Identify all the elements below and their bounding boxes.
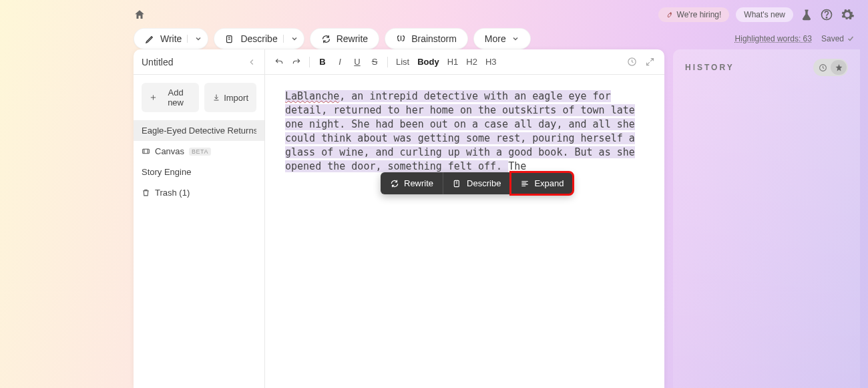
- more-button[interactable]: More: [473, 28, 531, 49]
- clock-icon[interactable]: [627, 57, 637, 67]
- undo-button[interactable]: [274, 57, 284, 67]
- saved-status: Saved: [821, 34, 855, 43]
- chevron-down-icon[interactable]: [187, 35, 202, 43]
- history-title: HISTORY: [685, 63, 734, 72]
- highlighted-count: Highlighted words: 63: [735, 34, 812, 43]
- sel-rewrite-button[interactable]: Rewrite: [381, 172, 443, 194]
- svg-point-2: [826, 17, 827, 18]
- bold-button[interactable]: B: [318, 57, 327, 67]
- list-button[interactable]: List: [396, 57, 409, 67]
- plus-icon: [150, 93, 157, 102]
- document-content[interactable]: LaBlanche, an intrepid detective with an…: [265, 75, 664, 188]
- chevron-down-icon: [511, 35, 519, 43]
- expand-icon[interactable]: [645, 57, 655, 67]
- list-item-label: Canvas: [155, 146, 184, 156]
- help-icon[interactable]: [820, 8, 833, 21]
- character-name: LaBlanche: [285, 90, 339, 102]
- doc-title[interactable]: Untitled: [142, 57, 173, 67]
- highlighted-text: , an intrepid detective with an eagle ey…: [285, 90, 635, 172]
- h3-button[interactable]: H3: [485, 57, 497, 67]
- editor: B I U S List Body H1 H2 H3 LaBlanche, an…: [265, 49, 664, 388]
- sidebar: Untitled Add new Import Eagle-Eyed Detec…: [134, 49, 265, 388]
- expand-text-icon: [520, 179, 529, 188]
- write-button[interactable]: Write: [134, 28, 208, 49]
- list-item-label: Story Engine: [142, 167, 191, 177]
- brainstorm-button[interactable]: Brainstorm: [385, 28, 468, 49]
- rewrite-icon: [321, 34, 331, 44]
- gear-icon[interactable]: [840, 7, 855, 22]
- add-label: Add new: [160, 87, 191, 108]
- rewrite-button[interactable]: Rewrite: [310, 28, 379, 49]
- svg-rect-4: [143, 149, 150, 154]
- download-icon: [212, 93, 220, 102]
- trailing-text: The: [508, 160, 526, 172]
- write-label: Write: [160, 33, 182, 44]
- flask-icon[interactable]: [800, 8, 813, 21]
- clock-icon: [815, 60, 831, 75]
- svg-point-0: [670, 13, 671, 15]
- more-label: More: [485, 33, 506, 44]
- sel-rewrite-label: Rewrite: [404, 178, 433, 188]
- add-new-button[interactable]: Add new: [142, 83, 199, 112]
- sel-describe-label: Describe: [467, 178, 501, 188]
- rewrite-icon: [390, 179, 399, 188]
- list-item-label: Eagle-Eyed Detective Returns: [142, 126, 256, 136]
- describe-icon: [225, 34, 235, 44]
- history-toggle[interactable]: [813, 59, 848, 76]
- sel-describe-button[interactable]: Describe: [443, 172, 511, 194]
- check-icon: [847, 35, 855, 43]
- h1-button[interactable]: H1: [447, 57, 459, 67]
- list-item-label: Trash (1): [155, 188, 190, 198]
- body-style-button[interactable]: Body: [417, 57, 439, 67]
- import-button[interactable]: Import: [204, 83, 256, 112]
- selection-toolbar: Rewrite Describe Expand: [381, 172, 573, 194]
- sidebar-item-storyengine[interactable]: Story Engine: [134, 162, 264, 182]
- canvas-icon: [142, 147, 150, 156]
- home-icon[interactable]: [134, 9, 146, 21]
- redo-button[interactable]: [292, 57, 301, 67]
- collapse-sidebar-icon[interactable]: [247, 57, 256, 67]
- beta-badge: BETA: [189, 148, 211, 156]
- describe-button[interactable]: Describe: [214, 28, 304, 49]
- history-panel: HISTORY: [673, 49, 860, 388]
- sel-expand-button[interactable]: Expand: [511, 172, 573, 194]
- import-label: Import: [224, 93, 248, 103]
- describe-label: Describe: [240, 33, 277, 44]
- sidebar-item-trash[interactable]: Trash (1): [134, 182, 264, 203]
- trash-icon: [142, 188, 150, 197]
- rocket-icon: [666, 11, 674, 19]
- sidebar-item-canvas[interactable]: Canvas BETA: [134, 141, 264, 162]
- rewrite-label: Rewrite: [337, 33, 368, 44]
- hiring-label: We're hiring!: [677, 10, 722, 19]
- h2-button[interactable]: H2: [466, 57, 477, 67]
- describe-icon: [453, 179, 462, 188]
- sel-expand-label: Expand: [534, 178, 564, 188]
- star-icon: [831, 60, 847, 75]
- italic-button[interactable]: I: [335, 57, 345, 67]
- brainstorm-icon: [396, 34, 406, 44]
- hiring-pill[interactable]: We're hiring!: [658, 7, 730, 22]
- strike-button[interactable]: S: [370, 57, 379, 67]
- whatsnew-label: What's new: [744, 10, 785, 19]
- sidebar-item-detective[interactable]: Eagle-Eyed Detective Returns: [134, 120, 264, 141]
- whatsnew-pill[interactable]: What's new: [736, 7, 793, 22]
- underline-button[interactable]: U: [353, 57, 362, 67]
- brainstorm-label: Brainstorm: [411, 33, 457, 44]
- pen-icon: [145, 34, 155, 44]
- chevron-down-icon[interactable]: [283, 35, 298, 43]
